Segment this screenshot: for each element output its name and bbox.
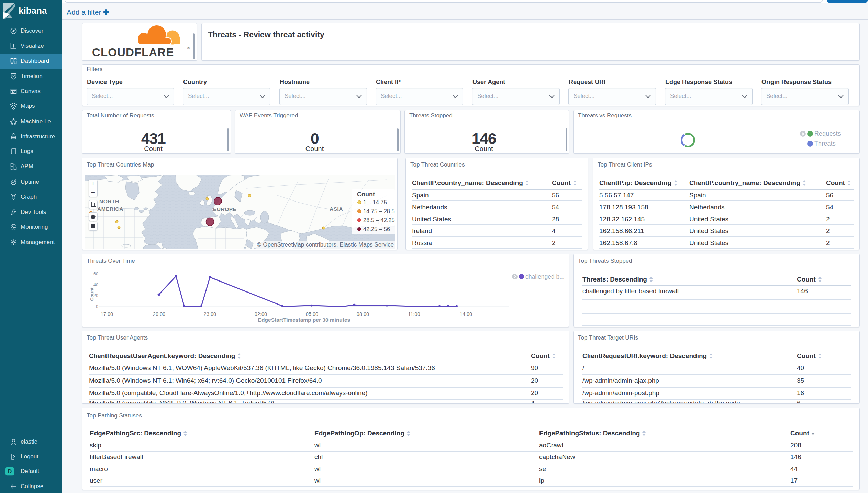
svg-text:EdgeStartTimestamp per 30 minu: EdgeStartTimestamp per 30 minutes: [258, 317, 350, 323]
svg-text:08:00: 08:00: [357, 311, 369, 317]
svg-text:D: D: [8, 469, 12, 474]
svg-text:EUROPE: EUROPE: [213, 206, 236, 212]
svg-text:23:00: 23:00: [204, 311, 216, 317]
svg-text:14:00: 14:00: [460, 311, 472, 317]
svg-text:11:00: 11:00: [408, 311, 420, 317]
svg-text:02:00: 02:00: [255, 311, 267, 317]
svg-text:05:00: 05:00: [306, 311, 318, 317]
svg-text:0: 0: [96, 304, 98, 309]
svg-text:60: 60: [93, 272, 98, 276]
svg-text:17:00: 17:00: [101, 311, 113, 317]
svg-text:Count: Count: [89, 287, 94, 301]
svg-text:40: 40: [93, 283, 98, 287]
svg-text:AMERICA: AMERICA: [97, 206, 123, 212]
svg-text:ASIA: ASIA: [330, 206, 343, 212]
svg-text:20:00: 20:00: [153, 311, 165, 317]
svg-text:NORTH: NORTH: [99, 198, 119, 204]
svg-text:CLOUDFLARE: CLOUDFLARE: [92, 46, 174, 59]
svg-text:®: ®: [187, 46, 190, 50]
